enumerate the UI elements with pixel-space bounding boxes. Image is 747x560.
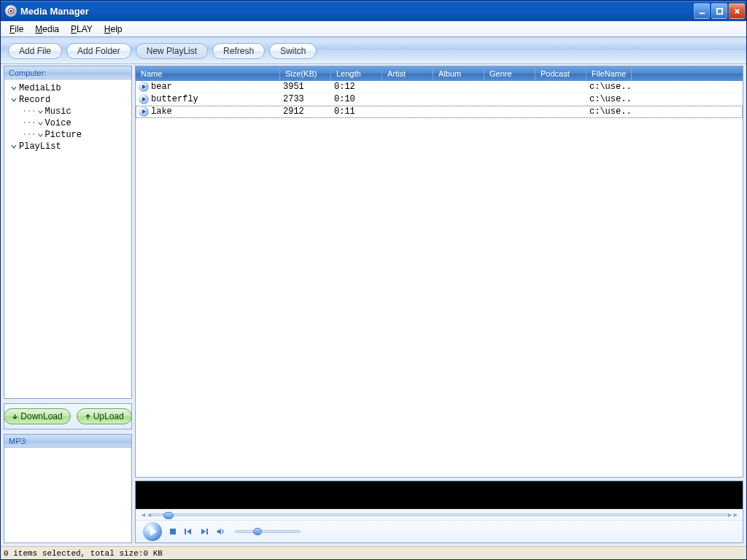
player-panel: ◄◄ ►► bbox=[135, 481, 743, 543]
mp3-panel-header: MP3: bbox=[4, 435, 131, 448]
table-row[interactable]: lake29120:11c:\use... bbox=[136, 106, 743, 118]
add-folder-button[interactable]: Add Folder bbox=[66, 43, 131, 59]
tree-music[interactable]: ···Music bbox=[6, 106, 130, 117]
chevron-down-icon[interactable] bbox=[9, 85, 19, 92]
toolbar: Add File Add Folder New PlayList Refresh… bbox=[1, 37, 746, 64]
menu-media[interactable]: Media bbox=[29, 23, 65, 36]
chevron-down-icon[interactable] bbox=[9, 143, 19, 150]
maximize-button[interactable] bbox=[711, 3, 727, 19]
app-icon bbox=[5, 5, 17, 17]
next-track-button[interactable] bbox=[200, 527, 209, 536]
svg-rect-6 bbox=[170, 529, 176, 534]
table-row[interactable]: butterfly27330:10c:\use... bbox=[136, 93, 743, 106]
media-icon bbox=[139, 82, 149, 92]
tree-voice[interactable]: ···Voice bbox=[6, 117, 130, 129]
transfer-panel: DownLoad UpLoad bbox=[4, 403, 132, 429]
status-bar: 0 items selected, total size:0 KB bbox=[1, 546, 746, 559]
svg-rect-8 bbox=[206, 529, 208, 534]
col-artist[interactable]: Artist bbox=[382, 66, 433, 81]
title-bar[interactable]: Media Manager bbox=[1, 1, 746, 21]
stop-button[interactable] bbox=[169, 528, 177, 535]
menu-file[interactable]: File bbox=[4, 23, 29, 36]
mp3-panel-body bbox=[4, 448, 131, 542]
col-length[interactable]: Length bbox=[331, 66, 382, 81]
volume-slider[interactable] bbox=[235, 530, 301, 533]
switch-button[interactable]: Switch bbox=[269, 43, 317, 59]
tree-medialib[interactable]: MediaLib bbox=[6, 82, 130, 94]
chevron-down-icon[interactable] bbox=[9, 96, 19, 104]
chevron-down-icon bbox=[37, 109, 44, 115]
player-controls bbox=[136, 521, 743, 542]
table-row[interactable]: bear39510:12c:\use... bbox=[136, 81, 743, 93]
tree-playlist[interactable]: PlayList bbox=[6, 141, 130, 152]
tree-picture[interactable]: ···Picture bbox=[6, 129, 130, 141]
window-title: Media Manager bbox=[20, 6, 694, 17]
prev-track-button[interactable] bbox=[184, 527, 193, 536]
upload-button[interactable]: UpLoad bbox=[77, 408, 132, 424]
col-name[interactable]: Name bbox=[136, 66, 280, 81]
media-list: Name Size(KB) Length Artist Album Genre … bbox=[135, 66, 743, 478]
computer-panel-header: Computer: bbox=[4, 66, 131, 79]
menu-help[interactable]: Help bbox=[98, 23, 128, 36]
media-icon bbox=[139, 94, 149, 104]
download-button[interactable]: DownLoad bbox=[4, 408, 70, 424]
new-playlist-button[interactable]: New PlayList bbox=[136, 43, 208, 59]
seek-bar[interactable]: ◄◄ ►► bbox=[136, 509, 743, 521]
minimize-button[interactable] bbox=[694, 3, 710, 19]
tree-record[interactable]: Record bbox=[6, 94, 130, 106]
media-icon bbox=[139, 106, 149, 117]
play-button[interactable] bbox=[143, 522, 162, 541]
menu-play[interactable]: PLAY bbox=[65, 23, 98, 36]
col-album[interactable]: Album bbox=[433, 66, 484, 81]
seek-thumb[interactable] bbox=[163, 512, 174, 519]
source-tree: MediaLib Record ···Music ···Voice ···Pic… bbox=[4, 79, 131, 398]
volume-thumb[interactable] bbox=[253, 528, 262, 535]
svg-rect-3 bbox=[716, 8, 721, 13]
chevron-down-icon bbox=[37, 120, 44, 127]
col-genre[interactable]: Genre bbox=[484, 66, 535, 81]
close-button[interactable] bbox=[729, 3, 745, 19]
fastforward-icon[interactable]: ►► bbox=[727, 511, 738, 518]
column-headers: Name Size(KB) Length Artist Album Genre … bbox=[136, 66, 743, 81]
col-filename[interactable]: FileName bbox=[587, 66, 632, 81]
volume-icon[interactable] bbox=[216, 527, 225, 536]
col-podcast[interactable]: Podcast bbox=[535, 66, 587, 81]
svg-point-1 bbox=[10, 10, 12, 12]
video-area bbox=[136, 481, 743, 509]
col-size[interactable]: Size(KB) bbox=[280, 66, 331, 81]
refresh-button[interactable]: Refresh bbox=[212, 43, 265, 59]
rewind-icon[interactable]: ◄◄ bbox=[140, 511, 152, 518]
add-file-button[interactable]: Add File bbox=[8, 43, 62, 59]
menu-bar: File Media PLAY Help bbox=[1, 21, 746, 37]
chevron-down-icon bbox=[37, 132, 44, 139]
svg-rect-7 bbox=[185, 529, 186, 534]
